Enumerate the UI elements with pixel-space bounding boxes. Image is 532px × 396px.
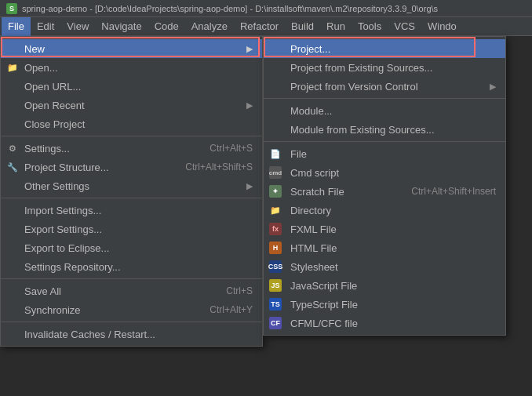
settings-shortcut: Ctrl+Alt+S <box>210 143 253 154</box>
menu-vcs[interactable]: VCS <box>388 17 421 36</box>
javascript-file-label: JavaScript File <box>290 280 357 292</box>
dropdown-container: New ▶ 📁 Open... Open URL... Open Recent … <box>0 36 263 347</box>
project-structure-icon: 🔧 <box>5 160 20 174</box>
other-settings-label: Other Settings <box>24 180 89 192</box>
menu-item-new[interactable]: New ▶ <box>1 39 262 58</box>
submenu-item-project-from-vcs[interactable]: Project from Version Control ▶ <box>264 77 505 96</box>
file-label: File <box>290 148 307 160</box>
submenu-item-project-from-existing[interactable]: Project from Existing Sources... <box>264 58 505 77</box>
synchronize-label: Synchronize <box>24 304 81 316</box>
submenu-item-javascript-file[interactable]: JS JavaScript File <box>264 276 505 295</box>
title-text: spring-aop-demo - [D:\code\IdeaProjects\… <box>22 4 438 13</box>
menu-run[interactable]: Run <box>320 17 352 36</box>
export-eclipse-label: Export to Eclipse... <box>24 242 109 254</box>
menu-navigate[interactable]: Navigate <box>95 17 148 36</box>
sub-divider-1 <box>264 98 505 99</box>
submenu-item-html-file[interactable]: H HTML File <box>264 238 505 257</box>
cmd-script-label: Cmd script <box>290 167 339 179</box>
open-label: Open... <box>24 62 58 74</box>
menu-code[interactable]: Code <box>148 17 185 36</box>
submenu-item-directory[interactable]: 📁 Directory <box>264 201 505 220</box>
fxml-file-label: FXML File <box>290 223 337 235</box>
menu-build[interactable]: Build <box>285 17 320 36</box>
submenu-item-project[interactable]: Project... <box>264 39 505 58</box>
other-settings-arrow: ▶ <box>246 181 253 191</box>
vcs-arrow: ▶ <box>490 82 496 92</box>
menu-tools[interactable]: Tools <box>352 17 388 36</box>
menu-item-export-settings[interactable]: Export Settings... <box>1 220 262 238</box>
submenu-item-module-from-existing[interactable]: Module from Existing Sources... <box>264 120 505 139</box>
cf-icon: CF <box>268 316 282 330</box>
menu-item-settings[interactable]: ⚙ Settings... Ctrl+Alt+S <box>1 139 262 158</box>
project-structure-label: Project Structure... <box>24 162 109 173</box>
js-icon: JS <box>268 278 282 292</box>
menu-item-save-all[interactable]: Save All Ctrl+S <box>1 282 262 300</box>
stylesheet-label: Stylesheet <box>290 261 338 273</box>
menu-item-project-structure[interactable]: 🔧 Project Structure... Ctrl+Alt+Shift+S <box>1 158 262 176</box>
open-recent-arrow: ▶ <box>246 100 253 111</box>
typescript-file-label: TypeScript File <box>290 299 358 311</box>
cmd-icon: cmd <box>268 165 282 180</box>
divider-1 <box>1 136 262 136</box>
submenu-item-file[interactable]: 📄 File <box>264 144 505 163</box>
menu-edit[interactable]: Edit <box>31 17 60 36</box>
cfml-cfc-label: CFML/CFC file <box>290 318 358 329</box>
submenu-item-cmd-script[interactable]: cmd Cmd script <box>264 163 505 182</box>
menu-file[interactable]: File <box>2 17 31 36</box>
title-bar: S spring-aop-demo - [D:\code\IdeaProject… <box>0 0 532 17</box>
scratch-file-label: Scratch File <box>290 186 344 198</box>
menu-view[interactable]: View <box>60 17 95 36</box>
menu-item-open[interactable]: 📁 Open... <box>1 58 262 77</box>
settings-icon: ⚙ <box>5 141 20 155</box>
save-all-label: Save All <box>24 285 61 297</box>
file-menu-dropdown: New ▶ 📁 Open... Open URL... Open Recent … <box>0 36 263 347</box>
settings-repo-label: Settings Repository... <box>24 261 121 273</box>
menu-item-open-url[interactable]: Open URL... <box>1 77 262 96</box>
menu-window[interactable]: Windo <box>421 17 463 36</box>
html-icon: H <box>268 241 282 255</box>
save-all-shortcut: Ctrl+S <box>226 285 253 296</box>
menu-bar: File Edit View Navigate Code Analyze Ref… <box>0 17 532 36</box>
file-icon: 📄 <box>268 147 282 161</box>
project-label: Project... <box>290 43 330 55</box>
submenu-item-cfml-cfc[interactable]: CF CFML/CFC file <box>264 314 505 332</box>
new-label: New <box>24 43 45 55</box>
project-from-vcs-label: Project from Version Control <box>290 81 418 93</box>
fxml-icon: fx <box>268 222 282 236</box>
ts-icon: TS <box>268 297 282 311</box>
app-icon: S <box>6 3 17 14</box>
menu-item-close-project[interactable]: Close Project <box>1 114 262 133</box>
menu-item-other-settings[interactable]: Other Settings ▶ <box>1 176 262 195</box>
menu-item-settings-repo[interactable]: Settings Repository... <box>1 257 262 276</box>
submenu-item-module[interactable]: Module... <box>264 101 505 120</box>
menu-item-synchronize[interactable]: Synchronize Ctrl+Alt+Y <box>1 300 262 319</box>
menu-item-invalidate-caches[interactable]: Invalidate Caches / Restart... <box>1 325 262 343</box>
menu-analyze[interactable]: Analyze <box>185 17 234 36</box>
close-project-label: Close Project <box>24 118 85 130</box>
module-from-existing-label: Module from Existing Sources... <box>290 124 435 136</box>
sub-divider-2 <box>264 141 505 142</box>
css-icon: CSS <box>268 260 282 274</box>
module-label: Module... <box>290 105 332 117</box>
divider-3 <box>1 278 262 279</box>
submenu-item-fxml-file[interactable]: fx FXML File <box>264 220 505 238</box>
divider-2 <box>1 198 262 198</box>
export-settings-label: Export Settings... <box>24 223 102 235</box>
project-from-existing-label: Project from Existing Sources... <box>290 62 432 74</box>
submenu-item-typescript-file[interactable]: TS TypeScript File <box>264 295 505 314</box>
project-structure-shortcut: Ctrl+Alt+Shift+S <box>185 162 253 173</box>
directory-icon: 📁 <box>268 203 282 217</box>
submenu-item-stylesheet[interactable]: CSS Stylesheet <box>264 257 505 276</box>
directory-label: Directory <box>290 205 331 216</box>
open-url-label: Open URL... <box>24 81 81 93</box>
submenu-item-scratch-file[interactable]: ✦ Scratch File Ctrl+Alt+Shift+Insert <box>264 182 505 201</box>
invalidate-caches-label: Invalidate Caches / Restart... <box>24 329 155 340</box>
scratch-icon: ✦ <box>268 184 282 198</box>
divider-4 <box>1 322 262 322</box>
menu-item-export-eclipse[interactable]: Export to Eclipse... <box>1 238 262 257</box>
scratch-file-shortcut: Ctrl+Alt+Shift+Insert <box>411 186 496 197</box>
new-arrow: ▶ <box>246 44 253 54</box>
menu-refactor[interactable]: Refactor <box>234 17 285 36</box>
menu-item-open-recent[interactable]: Open Recent ▶ <box>1 96 262 114</box>
menu-item-import-settings[interactable]: Import Settings... <box>1 201 262 220</box>
